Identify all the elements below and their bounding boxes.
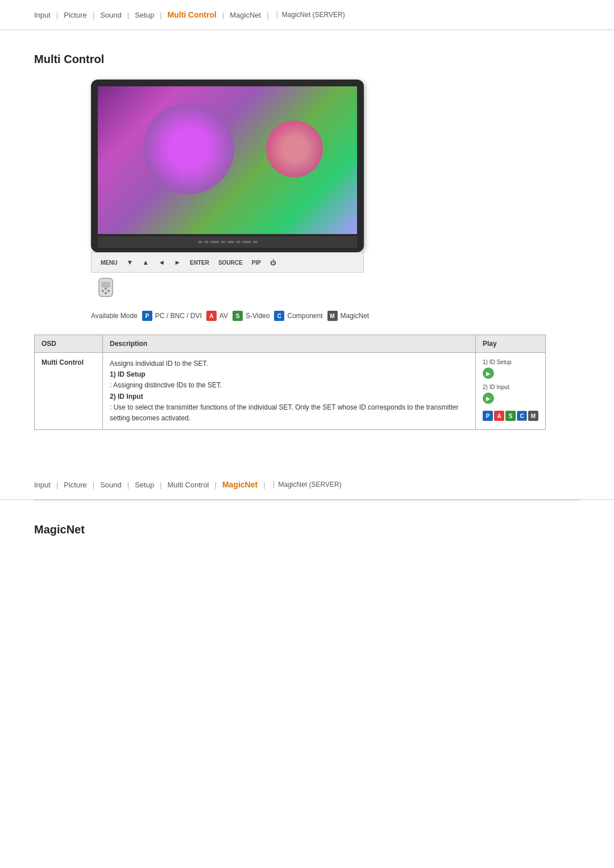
- play-badge-m: M: [528, 411, 538, 421]
- tv-source-btn[interactable]: SOURCE: [218, 260, 243, 266]
- dot-6: [236, 241, 240, 243]
- tv-pip-btn[interactable]: PIP: [252, 260, 261, 266]
- nav2-multi-control[interactable]: Multi Control: [168, 481, 209, 489]
- badge-m: M: [327, 311, 338, 321]
- dot-2: [204, 241, 209, 243]
- nav-setup[interactable]: Setup: [135, 11, 154, 19]
- multi-control-title: Multi Control: [34, 53, 580, 66]
- nav2-setup[interactable]: Setup: [135, 481, 154, 489]
- mode-s-group: S S-Video: [233, 311, 269, 321]
- nav-sep-1: |: [56, 11, 58, 19]
- dot-1: [198, 241, 202, 243]
- badge-p: P: [142, 311, 152, 321]
- nav-sep-6: |: [267, 11, 268, 19]
- play-1-label: 1) ID Setup: [483, 359, 512, 365]
- tv-outer: [91, 80, 364, 252]
- mode-c-group: C Component: [274, 311, 322, 321]
- dot-4: [221, 241, 226, 243]
- nav2-input[interactable]: Input: [34, 481, 51, 489]
- dot-7: [242, 241, 251, 243]
- tv-enter-btn[interactable]: ENTER: [190, 260, 209, 266]
- nav-sep-3: |: [127, 11, 129, 19]
- tv-stand-dots: [198, 241, 258, 243]
- multi-control-section: Multi Control MENU ▼ ▲ ◄: [0, 30, 614, 470]
- nav-magicnet[interactable]: MagicNet: [230, 11, 261, 19]
- dot-3: [210, 241, 219, 243]
- available-mode-bar: Available Mode P PC / BNC / DVI A AV S S…: [91, 311, 580, 321]
- nav2-sep-3: |: [127, 481, 129, 489]
- nav-multi-control[interactable]: Multi Control: [168, 10, 217, 19]
- tv-menu-btn[interactable]: MENU: [101, 260, 117, 266]
- nav2-sep-4: |: [160, 481, 161, 489]
- tv-up-btn[interactable]: ▲: [142, 258, 149, 266]
- desc-2-label: 2) ID Input: [110, 393, 143, 400]
- tv-left-btn[interactable]: ◄: [158, 258, 165, 266]
- mode-m-group: M MagicNet: [327, 311, 370, 321]
- svg-rect-1: [101, 282, 110, 287]
- nav-magicnet-server[interactable]: MagicNet (SERVER): [277, 11, 345, 19]
- tv-power-btn[interactable]: ⏻: [270, 260, 276, 266]
- play-badge-p: P: [483, 411, 493, 421]
- play-badge-a: A: [494, 411, 504, 421]
- nav2-magicnet-server[interactable]: MagicNet (SERVER): [273, 481, 342, 489]
- desc-1b: : Assigning distinctive IDs to the SET.: [110, 381, 222, 389]
- osd-table: OSD Description Play Multi Control Assig…: [34, 335, 546, 430]
- nav2-magicnet[interactable]: MagicNet: [222, 480, 258, 489]
- desc-main: Assigns individual ID to the SET. 1) ID …: [110, 358, 468, 424]
- nav-input[interactable]: Input: [34, 11, 51, 19]
- svg-point-4: [105, 287, 107, 290]
- play-badge-s: S: [505, 411, 516, 421]
- magicnet-section: MagicNet: [0, 500, 614, 567]
- td-description: Assigns individual ID to the SET. 1) ID …: [103, 353, 476, 430]
- desc-1-label: 1) ID Setup: [110, 370, 146, 378]
- nav2-sep-5: |: [215, 481, 217, 489]
- tv-controls-bar: MENU ▼ ▲ ◄ ► ENTER SOURCE PIP ⏻: [91, 252, 364, 273]
- play-badge-c: C: [517, 411, 527, 421]
- play-2-label: 2) ID Input: [483, 384, 509, 390]
- svg-point-5: [105, 292, 107, 294]
- th-play: Play: [476, 335, 546, 353]
- nav-picture[interactable]: Picture: [64, 11, 86, 19]
- available-mode-label: Available Mode: [91, 312, 138, 320]
- play-1-arrow[interactable]: ▶: [483, 368, 494, 379]
- mode-pc-label: PC / BNC / DVI: [155, 312, 202, 320]
- svg-point-3: [107, 290, 110, 292]
- tv-screen: [98, 86, 357, 234]
- tv-illustration: MENU ▼ ▲ ◄ ► ENTER SOURCE PIP ⏻: [91, 80, 364, 299]
- nav-sep-5: |: [222, 11, 224, 19]
- svg-point-2: [102, 290, 104, 292]
- play-badges-row: P A S C M: [483, 411, 538, 421]
- nav-sep-4: |: [160, 11, 161, 19]
- dot-8: [253, 241, 258, 243]
- tv-right-btn[interactable]: ►: [174, 258, 181, 266]
- tv-bottom-bar: [98, 236, 357, 248]
- mode-magicnet-label: MagicNet: [341, 312, 370, 320]
- nav2-sound[interactable]: Sound: [100, 481, 122, 489]
- play-1: 1) ID Setup ▶: [483, 358, 538, 379]
- badge-s: S: [233, 311, 243, 321]
- td-osd: Multi Control: [35, 353, 103, 430]
- bottom-nav-1: Input | Picture | Sound | Setup | Multi …: [0, 470, 614, 500]
- tv-down-btn[interactable]: ▼: [126, 258, 133, 266]
- th-description: Description: [103, 335, 476, 353]
- badge-c: C: [274, 311, 284, 321]
- play-2-arrow[interactable]: ▶: [483, 393, 494, 404]
- nav-sound[interactable]: Sound: [100, 11, 122, 19]
- td-play: 1) ID Setup ▶ 2) ID Input ▶: [476, 353, 546, 430]
- mode-av-label: AV: [219, 312, 228, 320]
- tv-remote-icon: [96, 277, 364, 299]
- mode-a-group: A AV: [206, 311, 228, 321]
- play-2: 2) ID Input ▶: [483, 383, 538, 404]
- nav-sep-2: |: [93, 11, 94, 19]
- nav2-picture[interactable]: Picture: [64, 481, 86, 489]
- mode-p-group: P PC / BNC / DVI: [142, 311, 202, 321]
- magicnet-title: MagicNet: [34, 523, 580, 536]
- nav2-sep-1: |: [56, 481, 58, 489]
- mode-component-label: Component: [287, 312, 322, 320]
- nav2-sep-6: |: [263, 481, 265, 489]
- dot-5: [227, 241, 234, 243]
- nav2-sep-2: |: [93, 481, 94, 489]
- desc-2b: : Use to select the transmitter function…: [110, 403, 458, 422]
- play-items: 1) ID Setup ▶ 2) ID Input ▶: [483, 358, 538, 421]
- th-osd: OSD: [35, 335, 103, 353]
